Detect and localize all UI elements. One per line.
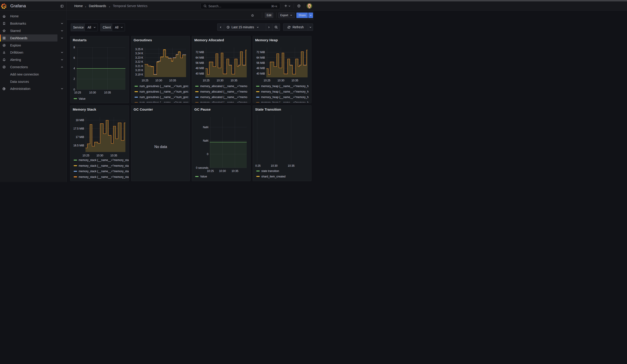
svg-text:10:30: 10:30 [271,164,277,167]
svg-text:17 MiB: 17 MiB [76,135,84,139]
svg-text:64 MiB: 64 MiB [196,56,204,59]
svg-text:memory_heap {__name__="memory_: memory_heap {__name__="memory_h [261,90,309,93]
svg-text:shard_item_created: shard_item_created [261,175,285,178]
svg-text:0 seconds: 0 seconds [196,166,209,169]
svg-text:10:35: 10:35 [288,164,295,167]
svg-text:num_goroutines {__name__="num_: num_goroutines {__name__="num_gorout [140,96,190,99]
svg-text:NaN: NaN [203,126,209,129]
svg-text:4: 4 [73,67,75,70]
svg-text:memory_allocated {__name__="me: memory_allocated {__name__="memo [200,85,247,88]
svg-text:10:25: 10:25 [203,79,209,82]
svg-text:0: 0 [207,153,209,156]
svg-text:memory_allocated {__name__="me: memory_allocated {__name__="memo [200,101,247,103]
svg-text:18 MiB: 18 MiB [76,119,84,122]
svg-text:40 MiB: 40 MiB [196,72,204,75]
svg-text:memory_stack {__name__="memory: memory_stack {__name__="memory_sta [79,170,129,173]
svg-text:Value: Value [79,97,86,100]
svg-text:num_goroutines {__name__="num_: num_goroutines {__name__="num_gorout [140,101,190,103]
svg-text:memory_stack {__name__="memory: memory_stack {__name__="memory_sta [79,175,129,179]
svg-text:3.23 K: 3.23 K [135,56,143,59]
svg-text:memory_stack {__name__="memory: memory_stack {__name__="memory_sta [79,164,129,167]
svg-text:2: 2 [73,77,75,81]
svg-text:10:25: 10:25 [83,154,89,157]
svg-text:3.24 K: 3.24 K [135,52,143,55]
svg-text:10:35: 10:35 [232,169,239,173]
svg-text:num_goroutines {__name__="num_: num_goroutines {__name__="num_gorout [140,90,190,93]
svg-text:memory_heap {__name__="memory_: memory_heap {__name__="memory_h [261,101,309,103]
svg-text:memory_allocated {__name__="me: memory_allocated {__name__="memo [200,90,247,93]
svg-text:10:25: 10:25 [254,164,261,167]
svg-text:10:25: 10:25 [263,79,270,82]
svg-text:10:25: 10:25 [207,169,214,173]
svg-text:memory_allocated {__name__="me: memory_allocated {__name__="memo [200,96,247,99]
svg-text:6: 6 [73,56,75,59]
svg-text:3.21 K: 3.21 K [135,64,143,67]
svg-text:3.19 K: 3.19 K [135,73,143,76]
svg-text:17.5 MiB: 17.5 MiB [73,127,84,130]
svg-text:NaN: NaN [203,139,209,142]
svg-text:3.20 K: 3.20 K [135,69,143,72]
svg-text:10:30: 10:30 [219,169,226,173]
svg-text:10:35: 10:35 [104,91,111,94]
svg-text:40 MiB: 40 MiB [257,72,265,75]
svg-text:10:35: 10:35 [110,154,117,157]
svg-text:10:30: 10:30 [277,79,284,82]
svg-text:48 MiB: 48 MiB [196,67,204,70]
svg-text:10:30: 10:30 [89,91,96,94]
svg-text:memory_stack {__name__="memory: memory_stack {__name__="memory_sta [79,158,129,162]
svg-text:memory_heap {__name__="memory_: memory_heap {__name__="memory_h [261,85,309,88]
svg-text:10:35: 10:35 [169,79,176,82]
svg-text:8: 8 [73,46,75,49]
svg-text:3.25 K: 3.25 K [135,48,143,51]
svg-text:10:30: 10:30 [155,79,162,82]
svg-text:state transition: state transition [261,169,279,173]
svg-text:56 MiB: 56 MiB [196,61,204,64]
svg-text:64 MiB: 64 MiB [257,56,265,59]
svg-text:10:35: 10:35 [230,79,237,82]
svg-text:72 MiB: 72 MiB [196,51,204,54]
svg-text:10:35: 10:35 [291,79,298,82]
svg-text:10:25: 10:25 [74,91,81,94]
svg-text:10:30: 10:30 [97,154,103,157]
svg-text:3.22 K: 3.22 K [135,60,143,63]
svg-text:16.5 MiB: 16.5 MiB [73,144,84,147]
svg-text:10:30: 10:30 [217,79,223,82]
svg-text:56 MiB: 56 MiB [257,61,265,64]
svg-text:10:25: 10:25 [142,79,149,82]
svg-text:48 MiB: 48 MiB [257,67,265,70]
svg-text:memory_heap {__name__="memory_: memory_heap {__name__="memory_h [261,96,309,99]
svg-text:num_goroutines {__name__="num_: num_goroutines {__name__="num_gorout [140,85,190,88]
svg-text:0: 0 [73,88,75,91]
svg-text:Value: Value [200,175,207,178]
svg-text:72 MiB: 72 MiB [257,51,265,54]
svg-text:No data: No data [154,145,167,149]
